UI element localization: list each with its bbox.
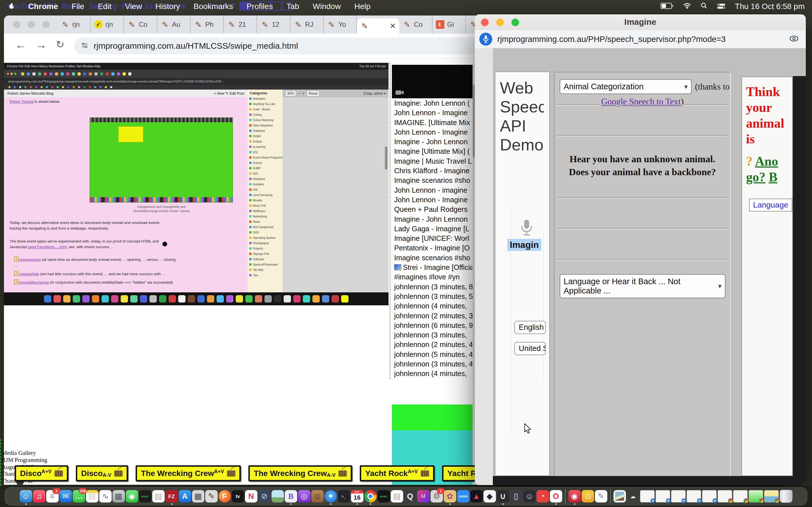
url-text[interactable]: rjmprogramming.com.au/HTMLCSS/swipe_medi… — [94, 41, 298, 51]
filezilla[interactable]: FZ — [165, 490, 178, 503]
browser-tab[interactable]: 21 — [224, 15, 257, 34]
media-gallery-button[interactable]: The Wrecking CrewA+V — [136, 465, 241, 482]
media-title[interactable]: johnlennon (6 minutes, 9 — [392, 321, 472, 330]
reminders[interactable]: ≡ 3 — [46, 490, 59, 503]
tooth[interactable]: ∪ — [497, 490, 509, 503]
speedtest[interactable]: ◔ — [537, 490, 549, 503]
firefox[interactable]: F — [218, 490, 231, 503]
media-title[interactable]: johnlennon (2 minutes, 3 — [392, 311, 472, 321]
category-item[interactable]: Moodle — [248, 198, 283, 203]
media-title[interactable]: #imagines #love #yn — [392, 272, 472, 282]
messages[interactable]: … 208 — [73, 490, 85, 503]
category-item[interactable]: Tiki Wiki — [248, 267, 283, 273]
iterm[interactable]: >_ — [338, 490, 350, 503]
media-title[interactable]: Pentatonix - Imagine [O — [392, 243, 472, 252]
browser-tab[interactable]: Ph — [191, 15, 224, 34]
media-title[interactable]: John Lennon - Imagine — [392, 195, 472, 205]
photos-stack[interactable] — [613, 490, 626, 503]
notes[interactable]: ▤ — [86, 490, 98, 503]
terminal-exec[interactable]: exec — [139, 490, 151, 503]
minimized-doc-5[interactable] — [702, 490, 717, 503]
media-title[interactable]: Imagine - John Lennon — [392, 137, 472, 147]
news[interactable]: N — [245, 490, 257, 503]
url-text[interactable]: rjmprogramming.com.au/PHP/speech_supervi… — [497, 35, 726, 44]
category-item[interactable]: Code : Blocks — [248, 107, 283, 112]
control-center-icon[interactable] — [717, 2, 725, 11]
lightbulb-app[interactable]: ⊙ — [581, 490, 594, 503]
minimized-doc-3[interactable] — [671, 490, 686, 503]
step-link[interactable]: onpagehide — [19, 272, 39, 276]
notepad-app[interactable]: ✎ — [595, 490, 607, 503]
media-title[interactable]: Queen + Paul Rodgers — [392, 205, 472, 214]
browser-tab[interactable]: rjn — [57, 15, 91, 34]
media-title[interactable]: Imagine [UNICEF: Worl — [392, 233, 472, 243]
media-gallery-button[interactable]: DiscoA+V — [15, 465, 68, 482]
textedit-2[interactable]: ▤ — [391, 490, 403, 503]
category-item[interactable]: Games — [248, 160, 283, 166]
zoom-level[interactable]: 80% — [285, 91, 296, 96]
microphone-icon[interactable] — [520, 219, 533, 238]
tab-close-icon[interactable]: ✕ — [390, 22, 396, 31]
minimize-window-button[interactable] — [28, 21, 35, 28]
category-item[interactable]: Projects — [248, 246, 283, 251]
category-item[interactable]: Photography — [248, 240, 283, 246]
paint[interactable]: ✿ — [444, 490, 456, 503]
media-title[interactable]: johnlennon (3 minutes, 5 — [392, 291, 472, 301]
another-go-link[interactable]: Ano — [755, 154, 778, 168]
media-title[interactable]: IMAGINE. [Ultimate Mix — [392, 118, 472, 127]
apple-menu-icon[interactable] — [8, 2, 15, 11]
category-item[interactable]: Operating System — [248, 235, 283, 240]
category-item[interactable]: iOS — [248, 187, 283, 192]
safari[interactable]: ✦ — [324, 490, 337, 503]
browser-tab[interactable]: Co — [399, 15, 433, 34]
media-title[interactable]: johnlennon (4 minutes, — [392, 301, 472, 311]
wifi-icon[interactable] — [683, 2, 691, 11]
no-sign[interactable]: ⊘ — [258, 490, 271, 503]
category-item[interactable]: Spectro/Photometer — [248, 262, 283, 267]
forward-icon[interactable]: → — [36, 39, 47, 51]
menu-item[interactable]: View — [125, 2, 142, 11]
quicktime[interactable]: Q — [404, 490, 416, 503]
nested-scrollbar-thumb[interactable] — [385, 147, 388, 170]
menu-item[interactable]: Tab — [287, 2, 299, 11]
photo-booth[interactable]: ◉ — [568, 490, 581, 503]
menu-item[interactable]: Bookmarks — [193, 2, 233, 11]
zoom-in-button[interactable]: + — [303, 92, 305, 96]
inkscape[interactable]: ◆ — [484, 490, 496, 503]
category-item[interactable]: NetBeans — [248, 209, 283, 214]
category-item[interactable]: Hardware — [248, 176, 283, 182]
menu-item[interactable]: Window — [313, 2, 341, 11]
settings[interactable]: ⚙ 1 — [430, 490, 443, 503]
media-title[interactable]: Imagine: John Lennon ( — [392, 98, 472, 108]
finder[interactable]: ☺ — [20, 490, 32, 503]
dock-item[interactable] — [565, 489, 566, 504]
recognized-word[interactable]: Imagin — [507, 239, 541, 251]
category-item[interactable]: Signage Poll — [248, 251, 283, 257]
category-item[interactable]: eLearning — [248, 144, 283, 150]
category-item[interactable]: Networking — [248, 214, 283, 219]
category-item[interactable]: Database — [248, 128, 283, 133]
category-item[interactable]: Animation — [248, 96, 283, 101]
language-select[interactable]: Language or Hear it Back ... Not Applica… — [560, 274, 725, 298]
category-item[interactable]: Colour Matching — [248, 117, 283, 123]
minimized-chrome-2[interactable] — [733, 490, 748, 503]
media-title[interactable]: Imagine | Music Travel L — [392, 156, 472, 166]
category-item[interactable]: Installers — [248, 182, 283, 187]
media-gallery-button[interactable]: The Wrecking CrewA-V — [248, 465, 352, 482]
step-link[interactable]: onvisibilitychange — [19, 280, 49, 284]
triangle-app[interactable]: ▲ — [470, 490, 483, 503]
category-item[interactable]: GUI — [248, 171, 283, 176]
music[interactable]: ♫ — [33, 490, 45, 503]
launchpad[interactable]: ▦ — [112, 490, 125, 503]
site-settings-icon[interactable] — [81, 41, 89, 50]
menu-app-name[interactable]: Chrome — [28, 2, 58, 11]
podcasts[interactable]: ◎ — [298, 490, 310, 503]
media-title[interactable]: John Lennon - Imagine — [392, 127, 472, 137]
menu-item[interactable]: Profiles — [247, 2, 273, 11]
iphone-mirroring[interactable]: ▯ — [510, 490, 522, 503]
trash[interactable] — [779, 490, 793, 503]
category-item[interactable]: Eclipse — [248, 139, 283, 144]
media-title[interactable]: johnlennon (4 minutes, — [392, 369, 472, 378]
back-link[interactable]: B — [769, 170, 777, 184]
media-title[interactable]: Strei - Imagine [Official — [392, 263, 472, 272]
